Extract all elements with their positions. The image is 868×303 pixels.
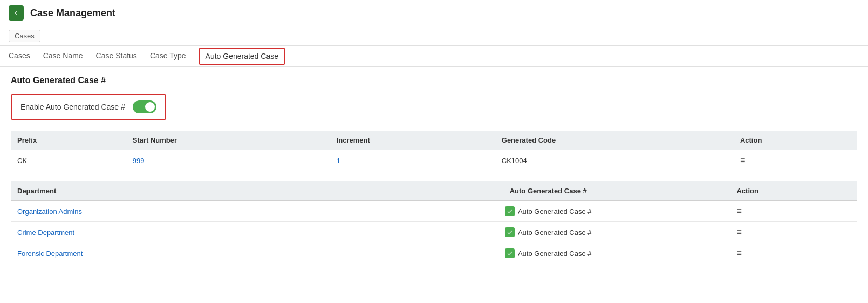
cell-prefix: CK [11,150,126,171]
content-area: Auto Generated Case # Enable Auto Genera… [0,67,868,283]
enable-label: Enable Auto Generated Case # [20,103,125,111]
dept-auto-2: Auto Generated Case # [366,243,730,264]
col-action: Action [734,131,857,150]
dept-auto-cell-1: Auto Generated Case # [373,227,724,237]
dept-auto-label-2: Auto Generated Case # [518,250,592,258]
col-start-number: Start Number [126,131,330,150]
section-title: Auto Generated Case # [11,76,857,85]
dept-auto-label-0: Auto Generated Case # [518,207,592,216]
dept-auto-label-1: Auto Generated Case # [518,228,592,237]
dept-row-0: Organization Admins Auto Generated Case … [11,201,857,222]
dept-action-menu-icon-2[interactable]: ≡ [736,248,741,258]
dept-table-header-row: Department Auto Generated Case # Action [11,181,857,201]
enable-toggle[interactable] [133,100,156,113]
tab-auto-generated-case[interactable]: Auto Generated Case [199,48,285,65]
tab-case-type[interactable]: Case Type [150,46,186,66]
cell-action[interactable]: ≡ [734,150,857,171]
prefix-table: Prefix Start Number Increment Generated … [11,131,857,171]
action-menu-icon[interactable]: ≡ [740,156,745,165]
dept-name-0: Organization Admins [11,201,366,222]
dept-auto-1: Auto Generated Case # [366,222,730,243]
breadcrumb-bar: Cases [0,26,868,46]
cell-start-number: 999 [126,150,330,171]
cell-generated-code: CK1004 [495,150,734,171]
department-table: Department Auto Generated Case # Action … [11,181,857,264]
col-dept-action: Action [730,181,857,201]
tab-case-status[interactable]: Case Status [96,46,137,66]
breadcrumb-cases[interactable]: Cases [9,30,40,42]
dept-auto-cell-2: Auto Generated Case # [373,248,724,258]
col-auto-generated: Auto Generated Case # [366,181,730,201]
dept-auto-cell-0: Auto Generated Case # [373,206,724,216]
checkbox-0[interactable] [505,206,515,216]
col-increment: Increment [330,131,495,150]
dept-action-menu-icon-1[interactable]: ≡ [736,227,741,237]
tab-cases[interactable]: Cases [9,46,30,66]
prefix-table-header-row: Prefix Start Number Increment Generated … [11,131,857,150]
col-generated-code: Generated Code [495,131,734,150]
col-prefix: Prefix [11,131,126,150]
toggle-thumb [145,102,155,112]
dept-action-2[interactable]: ≡ [730,243,857,264]
prefix-table-row: CK 999 1 CK1004 ≡ [11,150,857,171]
dept-action-1[interactable]: ≡ [730,222,857,243]
col-department: Department [11,181,366,201]
dept-row-1: Crime Department Auto Generated Case # ≡ [11,222,857,243]
dept-name-2: Forensic Department [11,243,366,264]
cell-increment: 1 [330,150,495,171]
page-title: Case Management [30,8,115,19]
dept-action-menu-icon-0[interactable]: ≡ [736,206,741,216]
dept-row-2: Forensic Department Auto Generated Case … [11,243,857,264]
enable-toggle-row: Enable Auto Generated Case # [11,94,166,120]
dept-name-1: Crime Department [11,222,366,243]
checkbox-2[interactable] [505,248,515,258]
dept-auto-0: Auto Generated Case # [366,201,730,222]
back-button[interactable] [9,5,24,21]
dept-action-0[interactable]: ≡ [730,201,857,222]
checkbox-1[interactable] [505,227,515,237]
tab-case-name[interactable]: Case Name [43,46,83,66]
tabs-bar: Cases Case Name Case Status Case Type Au… [0,46,868,67]
app-header: Case Management [0,0,868,26]
